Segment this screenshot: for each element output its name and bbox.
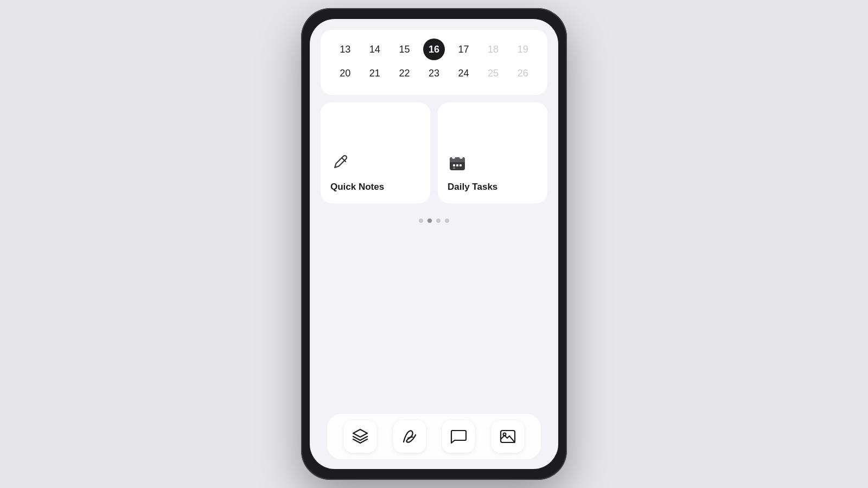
cal-day-15[interactable]: 15 xyxy=(393,38,415,60)
cal-day-17[interactable]: 17 xyxy=(453,38,475,60)
layers-icon xyxy=(351,427,369,446)
dot-1[interactable] xyxy=(419,219,423,223)
arc-icon xyxy=(400,427,419,446)
dock-layers-button[interactable] xyxy=(344,420,376,453)
dock-photos-button[interactable] xyxy=(492,420,524,453)
quick-notes-widget[interactable]: Quick Notes xyxy=(321,102,430,203)
cal-day-13[interactable]: 13 xyxy=(334,38,356,60)
calendar-widget: 13 14 15 16 17 18 19 20 21 22 23 24 25 2… xyxy=(321,30,547,95)
cal-day-14[interactable]: 14 xyxy=(364,38,386,60)
cal-day-26[interactable]: 26 xyxy=(512,62,534,84)
cal-day-25[interactable]: 25 xyxy=(482,62,504,84)
cal-day-19[interactable]: 19 xyxy=(512,38,534,60)
daily-tasks-label: Daily Tasks xyxy=(448,182,497,192)
phone-frame: 13 14 15 16 17 18 19 20 21 22 23 24 25 2… xyxy=(301,8,567,480)
daily-tasks-widget[interactable]: Daily Tasks xyxy=(438,102,547,203)
svg-rect-3 xyxy=(450,160,465,162)
cal-day-20[interactable]: 20 xyxy=(334,62,356,84)
calendar-grid: 13 14 15 16 17 18 19 20 21 22 23 24 25 2… xyxy=(331,38,537,84)
photos-icon xyxy=(499,427,517,446)
cal-day-24[interactable]: 24 xyxy=(453,62,475,84)
quick-notes-label: Quick Notes xyxy=(330,182,384,192)
svg-point-4 xyxy=(452,156,455,159)
pencil-icon xyxy=(330,153,350,175)
dot-3[interactable] xyxy=(436,219,441,223)
page-dots xyxy=(419,219,449,223)
svg-rect-8 xyxy=(459,164,462,166)
svg-rect-9 xyxy=(453,168,455,169)
svg-point-5 xyxy=(459,156,463,159)
dock-arc-button[interactable] xyxy=(393,420,426,453)
calendar-task-icon xyxy=(448,153,467,175)
dock xyxy=(327,414,541,459)
svg-rect-6 xyxy=(453,164,455,166)
cal-day-22[interactable]: 22 xyxy=(393,62,415,84)
dot-4[interactable] xyxy=(445,219,449,223)
screen-content: 13 14 15 16 17 18 19 20 21 22 23 24 25 2… xyxy=(310,19,558,469)
cal-day-16-today[interactable]: 16 xyxy=(423,38,445,60)
svg-point-12 xyxy=(503,433,506,436)
cal-day-21[interactable]: 21 xyxy=(364,62,386,84)
svg-rect-7 xyxy=(456,164,458,166)
widgets-row: Quick Notes xyxy=(321,102,547,203)
message-icon xyxy=(449,427,468,446)
dock-message-button[interactable] xyxy=(442,420,475,453)
svg-marker-10 xyxy=(353,429,367,437)
phone-screen: 13 14 15 16 17 18 19 20 21 22 23 24 25 2… xyxy=(310,19,558,469)
cal-day-23[interactable]: 23 xyxy=(423,62,445,84)
cal-day-18[interactable]: 18 xyxy=(482,38,504,60)
dot-2-active[interactable] xyxy=(427,219,432,223)
